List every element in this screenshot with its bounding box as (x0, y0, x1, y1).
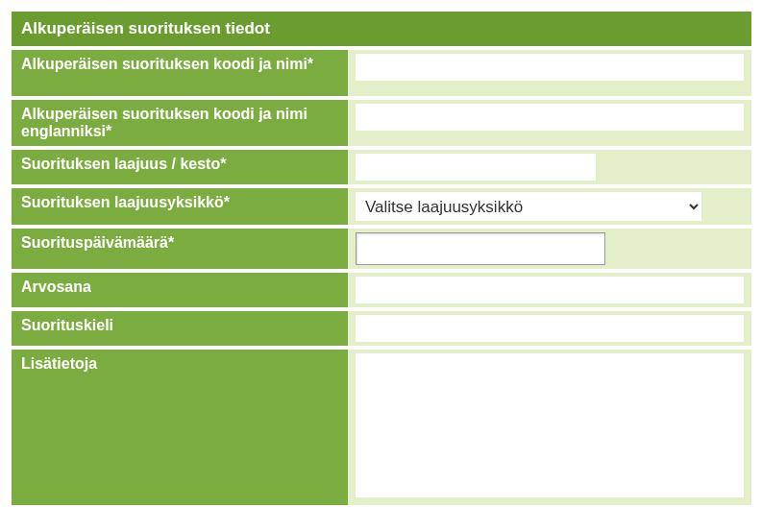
input-code-name[interactable] (356, 54, 744, 81)
input-scope-duration[interactable] (356, 154, 596, 181)
label-scope-unit: Suorituksen laajuusyksikkö* (12, 184, 348, 225)
cell-additional-info (348, 346, 751, 505)
form-header-row: Alkuperäisen suorituksen tiedot (12, 12, 751, 46)
select-scope-unit[interactable]: Valitse laajuusyksikkö (356, 192, 701, 221)
row-scope-duration: Suorituksen laajuus / kesto* (12, 146, 751, 184)
row-code-name: Alkuperäisen suorituksen koodi ja nimi* (12, 46, 751, 96)
label-additional-info: Lisätietoja (12, 346, 348, 505)
label-code-name-en: Alkuperäisen suorituksen koodi ja nimi e… (12, 96, 348, 146)
cell-scope-unit: Valitse laajuusyksikkö (348, 184, 751, 225)
input-code-name-en[interactable] (356, 104, 744, 131)
label-scope-duration: Suorituksen laajuus / kesto* (12, 146, 348, 184)
cell-grade (348, 269, 751, 307)
form-header: Alkuperäisen suorituksen tiedot (12, 12, 751, 46)
textarea-additional-info[interactable] (356, 353, 744, 497)
label-grade: Arvosana (12, 269, 348, 307)
input-completion-date[interactable] (356, 232, 605, 265)
row-grade: Arvosana (12, 269, 751, 307)
completion-details-form: Alkuperäisen suorituksen tiedot Alkuperä… (12, 12, 751, 505)
label-code-name: Alkuperäisen suorituksen koodi ja nimi* (12, 46, 348, 96)
cell-language (348, 307, 751, 346)
cell-code-name (348, 46, 751, 96)
cell-scope-duration (348, 146, 751, 184)
input-language[interactable] (356, 315, 744, 342)
row-scope-unit: Suorituksen laajuusyksikkö* Valitse laaj… (12, 184, 751, 225)
label-language: Suorituskieli (12, 307, 348, 346)
cell-code-name-en (348, 96, 751, 146)
row-language: Suorituskieli (12, 307, 751, 346)
label-completion-date: Suorituspäivämäärä* (12, 225, 348, 269)
input-grade[interactable] (356, 277, 744, 303)
row-completion-date: Suorituspäivämäärä* (12, 225, 751, 269)
row-additional-info: Lisätietoja (12, 346, 751, 505)
row-code-name-en: Alkuperäisen suorituksen koodi ja nimi e… (12, 96, 751, 146)
cell-completion-date (348, 225, 751, 269)
